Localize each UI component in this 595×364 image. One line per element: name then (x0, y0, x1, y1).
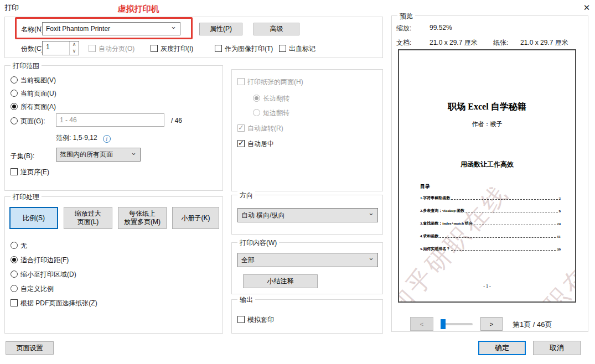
pages-input-wrap (56, 113, 164, 127)
collate-checkbox[interactable]: 自动分页(O) (89, 44, 134, 54)
preview-page[interactable]: 知乎研职在线 知乎研职在线 职场 Excel 自学秘籍 作者：猴子 用函数让工作… (398, 49, 576, 303)
toc-leader (439, 237, 556, 238)
prev-page-button[interactable]: < (410, 317, 433, 331)
page-slider-thumb[interactable] (441, 319, 446, 329)
printer-select[interactable]: Foxit Phantom Printer (42, 22, 180, 35)
summarize-comments-button[interactable]: 小结注释 (243, 274, 318, 288)
radio-custom-scale[interactable]: 自定义比例 (11, 284, 54, 294)
doc-size-label: 文档: (396, 38, 411, 48)
next-page-button[interactable]: > (480, 317, 503, 331)
checkbox-icon (237, 316, 245, 323)
checkbox-icon (11, 168, 18, 175)
document-title: 职场 Excel 自学秘籍 (399, 101, 575, 113)
radio-icon (253, 95, 260, 102)
radio-current-view[interactable]: 当前视图(V) (11, 76, 56, 85)
radio-current-page[interactable]: 当前页面(U) (11, 89, 56, 98)
orientation-group: 方向 自动 横向/纵向 (231, 195, 383, 235)
print-dialog: { "dialog": { "title": "打印" }, "annotati… (0, 0, 595, 364)
toc-item: 3.查找函数：index+match 组合24 (420, 221, 561, 226)
radio-all-pages[interactable]: 所有页面(A) (11, 102, 56, 112)
grayscale-checkbox[interactable]: 灰度打印(I) (151, 44, 193, 54)
radio-icon (11, 90, 18, 97)
copies-value: 1 (43, 41, 69, 55)
radio-icon (11, 242, 18, 249)
page-setup-button[interactable]: 页面设置 (6, 341, 54, 355)
zoom-value: 99.52% (430, 24, 452, 32)
auto-center-checkbox[interactable]: 自动居中 (237, 139, 274, 149)
bleed-marks-checkbox[interactable]: 出血标记 (279, 44, 315, 54)
radio-pages[interactable]: 页面(G): (11, 117, 45, 126)
stepper-up-icon[interactable] (70, 41, 79, 48)
pages-example: 范例: 1,5-9,12 (56, 133, 111, 143)
output-group: 输出 模拟套印 (231, 299, 383, 334)
checkbox-icon (215, 45, 222, 52)
print-content-title: 打印内容(W) (237, 238, 279, 248)
chevron-down-icon (368, 212, 374, 218)
close-icon[interactable] (581, 2, 592, 13)
dialog-title: 打印 (4, 3, 19, 13)
radio-flip-short-edge[interactable]: 短边翻转 (253, 108, 289, 118)
toc-item: 1.字符串截取函数2 (420, 195, 561, 201)
toc-leader (451, 250, 556, 251)
print-range-title: 打印范围 (11, 61, 42, 71)
preview-group: 预览 缩放: 99.52% 文档: 21.0 x 29.7 厘米 纸张: 21.… (391, 15, 588, 332)
copies-stepper[interactable]: 1 (42, 41, 79, 55)
virtual-printer-annotation: 虚拟打印机 (83, 4, 194, 14)
radio-fit-margins[interactable]: 适合打印边距(F) (11, 256, 69, 265)
radio-scale-none[interactable]: 无 (11, 241, 27, 251)
tab-booklet[interactable]: 小册子(K) (172, 207, 219, 229)
radio-icon (253, 109, 260, 116)
chevron-down-icon (170, 26, 177, 32)
reverse-order-checkbox[interactable]: 逆页序(E) (11, 168, 49, 177)
output-title: 输出 (237, 295, 255, 305)
orientation-select[interactable]: 自动 横向/纵向 (237, 208, 378, 222)
print-as-image-checkbox[interactable]: 作为图像打印(T) (215, 44, 273, 54)
pages-input[interactable] (56, 113, 164, 127)
paper-size-label: 纸张: (493, 38, 508, 48)
print-content-select-value: 全部 (241, 256, 368, 265)
print-content-select[interactable]: 全部 (237, 253, 378, 267)
radio-shrink-to-area[interactable]: 缩小至打印区域(D) (11, 270, 76, 279)
subset-label: 子集(B): (11, 152, 34, 161)
document-page-number: - 1 - (399, 284, 575, 289)
info-icon[interactable] (103, 135, 111, 143)
paper-by-pdf-checkbox[interactable]: 根据 PDF页面选择纸张(Z) (11, 299, 97, 308)
toc-item: 4.求和函数31 (420, 233, 561, 239)
simulate-overprint-checkbox[interactable]: 模拟套印 (237, 315, 274, 325)
properties-button[interactable]: 属性(P) (199, 23, 242, 35)
toc-title: 目录 (420, 183, 430, 190)
cancel-button[interactable]: 取消 (533, 341, 581, 355)
printer-select-value: Foxit Phantom Printer (46, 25, 170, 33)
orientation-title: 方向 (237, 191, 255, 200)
page-indicator: 第1页 / 46页 (513, 320, 552, 330)
radio-icon (11, 285, 18, 292)
zoom-label: 缩放: (396, 24, 411, 33)
pages-total: / 46 (171, 117, 182, 124)
radio-flip-long-edge[interactable]: 长边翻转 (253, 94, 289, 103)
tab-scale[interactable]: 比例(S) (9, 207, 58, 229)
toc-leader (465, 212, 557, 212)
print-content-group: 打印内容(W) 全部 小结注释 (231, 242, 383, 294)
radio-icon (11, 117, 18, 124)
duplex-panel: 打印纸张的两面(H) 长边翻转 短边翻转 自动旋转(R) 自动居中 (231, 69, 383, 191)
tab-multiple-per-sheet[interactable]: 每张纸上放置多页(M) (118, 207, 167, 229)
radio-icon (11, 256, 18, 263)
preview-title: 预览 (397, 12, 415, 21)
auto-rotate-checkbox[interactable]: 自动旋转(R) (237, 124, 283, 133)
advanced-button[interactable]: 高级 (253, 23, 299, 35)
checkbox-icon (89, 45, 96, 52)
checkbox-icon (237, 140, 245, 147)
tab-shrink-oversized[interactable]: 缩放过大页面(L) (64, 207, 112, 229)
subset-select[interactable]: 范围内的所有页面 (56, 148, 141, 162)
print-handling-title: 打印处理 (11, 193, 42, 202)
toc-leader (451, 199, 557, 200)
ok-button[interactable]: 确定 (478, 341, 526, 355)
stepper-down-icon[interactable] (70, 48, 79, 55)
toc-item: 5.如何实现排名？39 (420, 246, 561, 252)
checkbox-icon (237, 78, 245, 85)
checkbox-icon (279, 45, 286, 52)
document-subtitle: 用函数让工作高效 (399, 160, 575, 169)
both-sides-checkbox[interactable]: 打印纸张的两面(H) (237, 77, 303, 87)
stepper-buttons (69, 41, 79, 55)
print-range-group: 打印范围 当前视图(V) 当前页面(U) 所有页面(A) 页面(G): / 46… (4, 65, 223, 191)
